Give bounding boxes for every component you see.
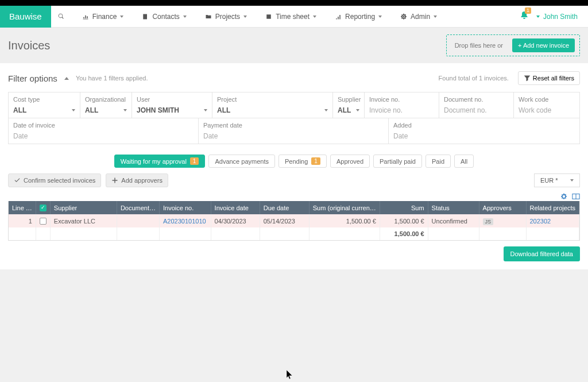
col-line[interactable]: Line … [9, 201, 36, 214]
cell-invoice-date: 04/30/2023 [211, 214, 260, 227]
col-document[interactable]: Document… [117, 201, 159, 214]
chevron-down-icon [434, 16, 437, 18]
filter-user[interactable]: User JOHN SMITH [132, 92, 212, 118]
filter-project[interactable]: Project ALL [212, 92, 333, 118]
row-checkbox[interactable] [40, 218, 47, 225]
table-row[interactable]: 1 Excavator LLC A20230101010 04/30/2023 … [9, 214, 579, 227]
drop-text: Drop files here or [451, 42, 506, 49]
chart-icon [82, 13, 89, 20]
nav-timesheet[interactable]: Time sheet [257, 6, 324, 28]
tab-partially-paid[interactable]: Partially paid [373, 155, 422, 168]
waiting-count-badge: 1 [190, 157, 199, 165]
col-approvers[interactable]: Approvers [479, 201, 526, 214]
nav-reporting[interactable]: Reporting [327, 6, 390, 28]
chevron-down-icon [204, 109, 207, 111]
found-total-text: Found total of 1 invoices. [439, 75, 509, 82]
tab-all[interactable]: All [454, 155, 474, 168]
chevron-down-icon [183, 16, 187, 18]
top-nav: Bauwise Finance Contacts Projects Time s… [0, 6, 588, 28]
cell-sum: 1,500.00 € [380, 214, 428, 227]
brand-logo[interactable]: Bauwise [0, 6, 51, 28]
tab-pending[interactable]: Pending 1 [278, 155, 327, 168]
tab-advance-payments[interactable]: Advance payments [208, 155, 275, 168]
chevron-up-icon[interactable] [64, 77, 69, 80]
chevron-down-icon [324, 109, 328, 111]
page-title: Invoices [8, 39, 50, 52]
check-icon [14, 177, 21, 184]
col-status[interactable]: Status [428, 201, 479, 214]
filter-date-invoice[interactable]: Date of invoice Date [9, 118, 199, 144]
contact-icon [142, 13, 149, 20]
nav-contacts[interactable]: Contacts [134, 6, 194, 28]
cell-document [117, 214, 159, 227]
cell-invoice-no[interactable]: A20230101010 [160, 214, 211, 227]
search-button[interactable] [51, 6, 72, 28]
filter-supplier[interactable]: Supplier ALL [333, 92, 365, 118]
calendar-icon [265, 13, 272, 20]
col-invoice-date[interactable]: Invoice date [211, 201, 260, 214]
tab-waiting-approval[interactable]: Waiting for my approval 1 [114, 155, 206, 168]
chevron-down-icon [356, 109, 359, 111]
notification-bell[interactable]: 1 [520, 11, 528, 22]
chevron-down-icon [536, 16, 540, 18]
col-related[interactable]: Related projects [526, 201, 579, 214]
folder-icon [205, 13, 212, 20]
filter-org-unit[interactable]: Organizational unit ALL [80, 92, 132, 118]
pending-count-badge: 1 [311, 157, 320, 165]
settings-icon[interactable] [560, 193, 567, 200]
nav-projects[interactable]: Projects [197, 6, 255, 28]
col-invoice-no[interactable]: Invoice no. [160, 201, 211, 214]
gear-icon [400, 13, 407, 20]
approver-chip[interactable]: JS [483, 218, 494, 225]
filter-cost-type[interactable]: Cost type ALL [9, 92, 80, 118]
col-sum-orig[interactable]: Sum (original curren… [309, 201, 380, 214]
nav-admin[interactable]: Admin [392, 6, 445, 28]
chevron-down-icon [120, 16, 123, 18]
filter-invoice-no[interactable]: Invoice no. Invoice no. [365, 92, 439, 118]
table-totals-row: 1,500.00 € [9, 227, 579, 240]
user-menu[interactable]: John Smith [536, 13, 578, 21]
currency-dropdown[interactable]: EUR * [534, 173, 580, 187]
confirm-selected-button[interactable]: Confirm selected invoices [8, 173, 101, 187]
tab-paid[interactable]: Paid [425, 155, 451, 168]
chevron-down-icon [72, 109, 75, 111]
add-approvers-button[interactable]: Add approvers [106, 173, 168, 187]
cell-approvers: JS [479, 214, 526, 227]
checkbox-icon [40, 204, 47, 211]
filter-payment-date[interactable]: Payment date Date [199, 118, 389, 144]
download-filtered-button[interactable]: Download filtered data [504, 246, 580, 261]
chevron-down-icon [313, 16, 316, 18]
nav-finance[interactable]: Finance [74, 6, 132, 28]
tab-approved[interactable]: Approved [330, 155, 370, 168]
filter-icon [524, 75, 531, 82]
chevron-down-icon [123, 109, 127, 111]
filter-document-no[interactable]: Document no. Document no. [439, 92, 514, 118]
reset-filters-button[interactable]: Reset all filters [518, 71, 580, 85]
search-icon [58, 13, 65, 20]
col-sum[interactable]: Sum [380, 201, 428, 214]
filters-applied-text: You have 1 filters applied. [76, 75, 148, 82]
col-select-all[interactable] [36, 201, 50, 214]
notification-count: 1 [525, 7, 531, 14]
cell-due-date: 05/14/2023 [260, 214, 309, 227]
chevron-down-icon [243, 16, 247, 18]
drop-zone[interactable]: Drop files here or + Add new invoice [446, 34, 580, 56]
invoices-table: Line … Supplier Document… Invoice no. In… [9, 201, 579, 240]
cell-related[interactable]: 202302 [526, 214, 579, 227]
cell-status: Unconfirmed [428, 214, 479, 227]
columns-icon[interactable] [572, 193, 580, 200]
filter-work-code[interactable]: Work code Work code [514, 92, 579, 118]
cell-supplier: Excavator LLC [50, 214, 117, 227]
plus-icon [111, 177, 118, 184]
cell-sum-orig: 1,500.00 € [309, 214, 380, 227]
report-icon [335, 13, 342, 20]
chevron-down-icon [570, 179, 574, 182]
total-sum: 1,500.00 € [380, 227, 428, 240]
filter-title: Filter options [8, 74, 57, 83]
col-due-date[interactable]: Due date [260, 201, 309, 214]
add-invoice-button[interactable]: + Add new invoice [512, 38, 575, 52]
filter-added[interactable]: Added Date [389, 118, 579, 144]
col-supplier[interactable]: Supplier [50, 201, 117, 214]
chevron-down-icon [378, 16, 382, 18]
